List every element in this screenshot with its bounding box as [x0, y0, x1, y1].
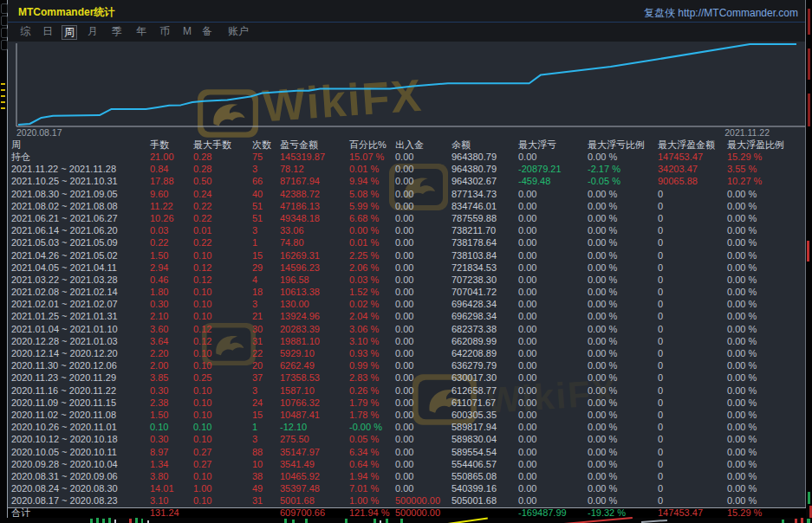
table-row-week[interactable]: 2021.03.22 ~ 2021.03.280.460.124196.580.… — [8, 274, 806, 286]
table-cell: 40 — [252, 188, 280, 200]
table-row-week[interactable]: 2021.06.14 ~ 2021.06.200.030.01333.060.0… — [8, 224, 806, 236]
table-cell: 2021.01.25 ~ 2021.01.31 — [11, 310, 150, 322]
table-cell: 0.00 — [518, 262, 588, 274]
table-cell: 3541.49 — [280, 458, 349, 470]
stats-window: MTCommander统计 复盘侠 http://MTCommander.com… — [7, 0, 806, 518]
table-cell: 3.55 % — [727, 163, 803, 175]
table-row-week[interactable]: 2020.10.12 ~ 2020.10.180.300.103275.500.… — [8, 433, 806, 445]
table-cell: 0.00 — [518, 359, 588, 371]
table-row-week[interactable]: 2021.04.05 ~ 2021.04.112.940.122914596.2… — [8, 262, 806, 274]
table-row-week[interactable]: 2021.02.08 ~ 2021.02.141.800.101810613.3… — [8, 286, 806, 298]
table-row-open-positions[interactable]: 持仓21.000.2875145319.8715.07 %0.00964380.… — [8, 151, 806, 163]
table-row-week[interactable]: 2021.04.26 ~ 2021.05.021.500.101516269.3… — [8, 249, 806, 262]
table-row-week[interactable]: 2020.08.24 ~ 2020.08.3014.011.004935397.… — [8, 482, 806, 494]
table-row-week[interactable]: 2021.01.04 ~ 2021.01.103.600.123020283.3… — [8, 323, 806, 335]
table-row-week[interactable]: 2020.11.02 ~ 2020.11.081.500.101510487.4… — [8, 409, 806, 421]
table-row-week[interactable]: 2020.12.14 ~ 2020.12.202.200.10225929.10… — [8, 347, 806, 359]
table-row-week[interactable]: 2021.10.25 ~ 2021.10.3117.880.506687167.… — [8, 175, 806, 187]
background-candle-fragment — [374, 519, 376, 523]
table-cell: 0.00 % — [727, 310, 803, 322]
table-row-week[interactable]: 2020.11.09 ~ 2020.11.152.380.102410766.3… — [8, 397, 806, 409]
table-cell: 51 — [252, 212, 280, 224]
table-row-week[interactable]: 2020.09.28 ~ 2020.10.041.340.27103541.49… — [8, 458, 806, 470]
table-cell: 0.00 — [395, 433, 451, 445]
menu-item-备[interactable]: 备 — [200, 25, 214, 38]
table-row-week[interactable]: 2021.11.22 ~ 2021.11.280.840.28378.120.0… — [8, 163, 806, 175]
table-cell: 8.97 — [150, 446, 193, 458]
table-row-week[interactable]: 2021.08.30 ~ 2021.09.059.600.244042388.7… — [8, 188, 806, 200]
table-cell: 2020.11.23 ~ 2020.11.29 — [11, 371, 150, 384]
table-cell: 2021.01.04 ~ 2021.01.10 — [11, 323, 150, 335]
table-row-week[interactable]: 2020.11.23 ~ 2020.11.293.850.253717358.5… — [8, 371, 806, 384]
table-row-week[interactable]: 2020.11.16 ~ 2020.11.220.300.1031587.100… — [8, 384, 806, 397]
table-cell: 0.00 — [395, 397, 451, 409]
table-cell: 1587.10 — [280, 384, 349, 397]
table-cell: 0.27 — [193, 446, 252, 458]
menu-item-币[interactable]: 币 — [158, 25, 172, 38]
table-cell: 0.00 % — [588, 470, 658, 482]
table-cell: 3 — [252, 298, 280, 310]
column-header: 最大浮盈比例 — [727, 139, 803, 151]
table-row-week[interactable]: 2020.10.26 ~ 2020.11.010.100.101-12.10-0… — [8, 421, 806, 433]
table-cell: 0.10 — [193, 249, 252, 262]
table-cell: 707041.72 — [451, 286, 518, 298]
table-cell: 0.00 — [395, 151, 451, 163]
table-row-week[interactable]: 2020.10.05 ~ 2020.10.118.970.278835147.9… — [8, 446, 806, 458]
column-header: 余额 — [451, 139, 518, 151]
table-cell: 0.00 % — [588, 347, 658, 359]
vendor-link[interactable]: 复盘侠 http://MTCommander.com — [644, 6, 798, 21]
table-cell: 90065.88 — [658, 175, 727, 187]
table-cell: 0.00 % — [727, 249, 803, 262]
table-cell: 0.50 — [193, 175, 252, 187]
title-bar: MTCommander统计 复盘侠 http://MTCommander.com — [8, 0, 805, 23]
table-row-week[interactable]: 2021.02.01 ~ 2021.02.070.300.103130.000.… — [8, 298, 806, 310]
table-row-week[interactable]: 2020.12.28 ~ 2021.01.033.640.123119881.1… — [8, 335, 806, 347]
table-cell: 0.28 — [193, 151, 252, 163]
table-cell: 0.02 % — [349, 298, 395, 310]
background-candle-fragment — [386, 519, 388, 523]
table-cell: 2021.10.25 ~ 2021.10.31 — [11, 175, 150, 187]
table-cell: 0.00 % — [588, 200, 658, 212]
column-header: 百分比% — [349, 139, 395, 151]
table-row-week[interactable]: 2020.11.30 ~ 2020.12.062.000.10206262.49… — [8, 359, 806, 371]
table-cell: 0.00 % — [588, 274, 658, 286]
table-cell: -12.10 — [280, 421, 349, 433]
column-header: 盈亏金额 — [280, 139, 349, 151]
table-row-week[interactable]: 2021.01.25 ~ 2021.01.312.100.102113924.9… — [8, 310, 806, 322]
table-row-week[interactable]: 2020.08.17 ~ 2020.08.233.100.10315001.68… — [8, 494, 806, 507]
table-row-week[interactable]: 2020.08.31 ~ 2020.09.063.800.103810465.9… — [8, 470, 806, 482]
table-cell: 682373.38 — [451, 323, 518, 335]
table-cell: 31 — [252, 335, 280, 347]
column-header: 最大手数 — [193, 139, 252, 151]
background-indicator-line-fragment — [641, 520, 667, 523]
menu-item-账户[interactable]: 账户 — [226, 25, 250, 38]
background-candle-fragment — [345, 519, 348, 523]
table-cell: 0 — [658, 421, 727, 433]
menu-item-M[interactable]: M — [181, 25, 193, 38]
table-header-row: 周手数最大手数次数盈亏金额百分比%出入金余额最大浮亏最大浮亏比例最大浮盈金额最大… — [8, 139, 806, 151]
table-cell: 3.06 % — [349, 323, 395, 335]
table-cell: 0.00 % — [588, 298, 658, 310]
menu-item-年[interactable]: 年 — [134, 25, 148, 38]
table-cell: 0.00 — [518, 371, 588, 384]
menu-item-日[interactable]: 日 — [41, 25, 55, 38]
menu-item-月[interactable]: 月 — [86, 25, 100, 38]
table-row-week[interactable]: 2021.06.21 ~ 2021.06.2710.260.225149348.… — [8, 212, 806, 224]
column-header: 最大浮亏比例 — [588, 139, 658, 151]
menu-item-季[interactable]: 季 — [110, 25, 124, 38]
table-cell: 0.00 % — [588, 446, 658, 458]
table-row-week[interactable]: 2021.05.03 ~ 2021.05.090.220.22174.800.0… — [8, 236, 806, 249]
table-cell: 738103.84 — [451, 249, 518, 262]
table-cell: 589817.94 — [451, 421, 518, 433]
menu-item-综[interactable]: 综 — [18, 25, 32, 38]
menu-item-周[interactable]: 周 — [62, 25, 77, 40]
table-cell: 500000.00 — [395, 508, 451, 518]
table-cell: 2.38 — [150, 397, 193, 409]
table-row-week[interactable]: 2021.08.02 ~ 2021.08.0811.220.225147186.… — [8, 200, 806, 212]
column-header: 出入金 — [395, 139, 451, 151]
table-cell: 0.00 — [395, 163, 451, 175]
table-cell: 2.83 % — [349, 371, 395, 384]
table-cell: 0 — [658, 482, 727, 494]
table-cell: 0.64 % — [349, 458, 395, 470]
table-cell: 600305.35 — [451, 409, 518, 421]
